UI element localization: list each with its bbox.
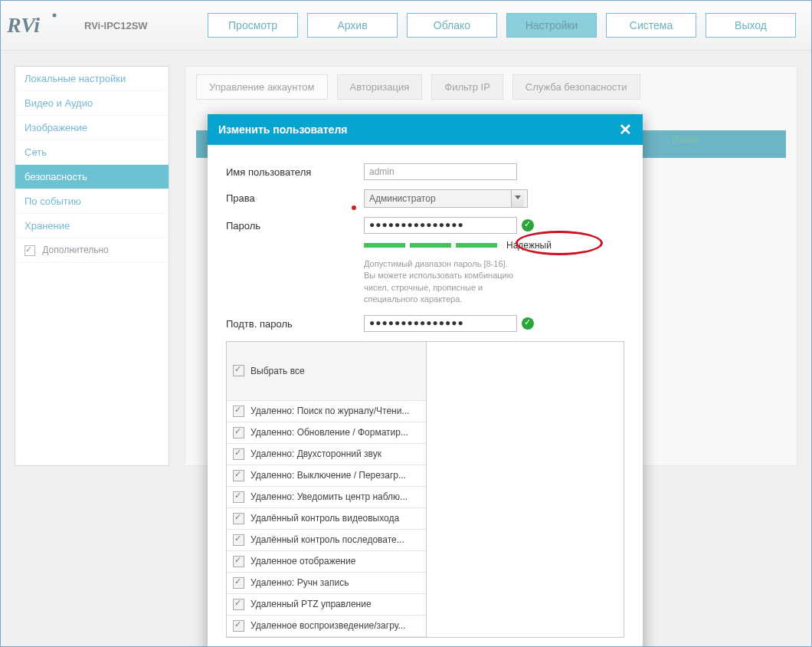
- password-hint: Допустимый диапазон пароль [8-16]. Вы мо…: [364, 258, 517, 306]
- strength-seg-1: [364, 243, 405, 248]
- permission-row[interactable]: Удаленно: Поиск по журналу/Чтени...: [227, 401, 426, 422]
- rights-select[interactable]: Администратор: [364, 189, 528, 208]
- tab-bar: Управление аккаунтом Авторизация Фильтр …: [196, 74, 786, 100]
- label-username: Имя пользователя: [226, 163, 364, 178]
- label-password: Пароль: [226, 217, 364, 232]
- permission-row[interactable]: Удаленно: Уведомить центр наблю...: [227, 487, 426, 508]
- permission-label: Удаленно: Уведомить центр наблю...: [250, 491, 408, 502]
- permission-row[interactable]: Удаленное отображение: [227, 551, 426, 573]
- app-header: RVi RVi-IPC12SW Просмотр Архив Облако На…: [1, 1, 811, 51]
- sidebar-extra-label: Дополнительно: [42, 245, 108, 255]
- nav-system[interactable]: Система: [606, 13, 696, 38]
- tab-ipfilter[interactable]: Фильтр IP: [431, 74, 503, 100]
- check-ok-icon: [522, 219, 534, 232]
- chevron-down-icon: [515, 195, 521, 199]
- brand-logo: RVi: [7, 9, 80, 41]
- edit-user-modal: Изменить пользователя ✕ Имя пользователя…: [208, 114, 643, 647]
- permission-label: Удалённый контроль последовате...: [250, 534, 404, 545]
- tab-auth[interactable]: Авторизация: [337, 74, 423, 100]
- checkbox-icon[interactable]: [233, 620, 244, 632]
- strength-seg-3: [456, 243, 497, 248]
- password-input[interactable]: ●●●●●●●●●●●●●●●: [364, 217, 517, 234]
- permission-row[interactable]: Удалённый контроль видеовыхода: [227, 508, 426, 530]
- permission-row[interactable]: Удаленный PTZ управление: [227, 594, 426, 616]
- label-confirm: Подтв. пароль: [226, 315, 364, 330]
- sidebar-item-image[interactable]: Изображение: [15, 116, 169, 140]
- permission-row[interactable]: Удаленно: Двухсторонний звук: [227, 444, 426, 465]
- sidebar-item-event[interactable]: По событию: [15, 189, 169, 214]
- annotation-dot: [352, 205, 356, 210]
- select-all-row[interactable]: Выбрать все: [227, 342, 426, 401]
- nav-exit[interactable]: Выход: [706, 13, 796, 38]
- permissions-header-row: Выбрать все Удаленно: Поиск по журналу/Ч…: [227, 342, 624, 637]
- checkbox-icon[interactable]: [233, 448, 244, 460]
- sidebar-item-local[interactable]: Локальные настройки: [15, 67, 169, 91]
- tab-account[interactable]: Управление аккаунтом: [196, 74, 328, 100]
- close-icon[interactable]: ✕: [619, 120, 632, 139]
- nav-cloud[interactable]: Облако: [407, 13, 497, 38]
- nav-preview[interactable]: Просмотр: [208, 13, 298, 38]
- checkbox-icon[interactable]: [233, 406, 244, 417]
- permission-label: Удаленно: Поиск по журналу/Чтени...: [250, 406, 409, 416]
- check-ok-icon: [522, 317, 534, 330]
- permission-row[interactable]: Удаленно: Выключение / Перезагр...: [227, 465, 426, 487]
- strip-right-text: . Измен.: [667, 134, 702, 145]
- modal-body: Имя пользователя Права Администратор Пар…: [208, 145, 643, 647]
- permissions-table: Выбрать все Удаленно: Поиск по журналу/Ч…: [226, 341, 624, 638]
- username-input[interactable]: [364, 163, 517, 180]
- label-rights: Права: [226, 189, 364, 204]
- sidebar: Локальные настройки Видео и Аудио Изобра…: [15, 66, 169, 466]
- select-all-label: Выбрать все: [250, 366, 305, 376]
- rights-value: Администратор: [369, 193, 436, 204]
- svg-text:RVi: RVi: [7, 13, 40, 37]
- model-label: RVi-IPC12SW: [84, 20, 148, 31]
- checkbox-icon[interactable]: [233, 577, 244, 589]
- modal-header: Изменить пользователя ✕: [208, 114, 643, 145]
- checkbox-icon[interactable]: [233, 556, 244, 567]
- permission-label: Удаленно: Выключение / Перезагр...: [250, 470, 406, 481]
- checkbox-icon[interactable]: [233, 599, 244, 610]
- checkbox-icon[interactable]: [233, 427, 244, 438]
- modal-title: Изменить пользователя: [218, 123, 347, 136]
- top-nav: Просмотр Архив Облако Настройки Система …: [208, 13, 796, 38]
- checkbox-icon[interactable]: [25, 245, 35, 256]
- sidebar-item-storage[interactable]: Хранение: [15, 214, 169, 238]
- permission-row[interactable]: Удаленно: Обновление / Форматир...: [227, 422, 426, 444]
- permission-label: Удаленное отображение: [250, 556, 355, 567]
- permission-row[interactable]: Удаленно: Ручн запись: [227, 573, 426, 594]
- tab-security-service[interactable]: Служба безопасности: [512, 74, 640, 100]
- confirm-password-input[interactable]: ●●●●●●●●●●●●●●●: [364, 315, 517, 332]
- sidebar-item-security[interactable]: безопасность: [15, 165, 169, 189]
- checkbox-icon[interactable]: [233, 513, 244, 524]
- permission-label: Удаленно: Обновление / Форматир...: [250, 427, 408, 438]
- annotation-ellipse: [516, 231, 603, 255]
- sidebar-item-network[interactable]: Сеть: [15, 140, 169, 165]
- checkbox-icon[interactable]: [233, 491, 244, 503]
- checkbox-icon[interactable]: [233, 470, 244, 481]
- permission-row[interactable]: Удаленное воспроизведение/загру...: [227, 616, 426, 637]
- permission-label: Удаленно: Ручн запись: [250, 577, 349, 588]
- sidebar-item-video-audio[interactable]: Видео и Аудио: [15, 91, 169, 116]
- nav-archive[interactable]: Архив: [307, 13, 398, 38]
- nav-settings[interactable]: Настройки: [506, 13, 597, 38]
- permission-label: Удаленно: Двухсторонний звук: [250, 448, 381, 459]
- permission-row[interactable]: Удалённый контроль последовате...: [227, 530, 426, 551]
- svg-point-1: [53, 14, 57, 18]
- sidebar-extra[interactable]: Дополнительно: [15, 238, 169, 263]
- permission-label: Удалённый контроль видеовыхода: [250, 513, 399, 524]
- checkbox-icon[interactable]: [233, 365, 244, 376]
- permission-label: Удаленное воспроизведение/загру...: [250, 620, 406, 631]
- strength-seg-2: [410, 243, 451, 248]
- permission-label: Удаленный PTZ управление: [250, 599, 372, 609]
- checkbox-icon[interactable]: [233, 534, 244, 546]
